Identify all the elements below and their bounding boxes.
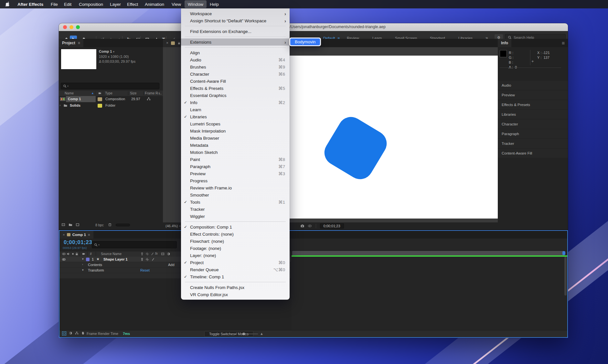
menu-item-essential-graphics[interactable]: Essential Graphics xyxy=(181,92,290,99)
menu-item-effect-controls-none-[interactable]: Effect Controls: (none) xyxy=(181,230,290,238)
source-name-column[interactable]: Source Name xyxy=(101,252,122,256)
menu-item-mask-interpolation[interactable]: Mask Interpolation xyxy=(181,127,290,134)
menu-item-paint[interactable]: Paint⌘8 xyxy=(181,156,290,163)
solo-column-icon[interactable] xyxy=(71,252,75,256)
project-search-field[interactable]: ▾ xyxy=(61,83,159,89)
tag-column-icon[interactable] xyxy=(98,91,102,95)
switch-blur-icon[interactable] xyxy=(167,252,170,256)
comp-thumbnail[interactable] xyxy=(61,49,97,70)
menubar-item-effect[interactable]: Effect xyxy=(124,0,141,8)
menu-item-create-nulls-from-paths-jsx[interactable]: Create Nulls From Paths.jsx xyxy=(181,284,290,291)
project-footer-icons[interactable] xyxy=(61,223,80,227)
menubar-item-after-effects[interactable]: After Effects xyxy=(14,0,47,8)
expand-chevron-icon[interactable]: › xyxy=(82,263,83,266)
timeline-vertical-scrollbar[interactable] xyxy=(564,257,567,295)
menu-item-paragraph[interactable]: Paragraph⌘7 xyxy=(181,163,290,170)
stacked-panel-preview[interactable]: Preview xyxy=(498,91,568,100)
timeline-track-area[interactable] xyxy=(292,239,567,330)
timeline-zoom-slider-thumb[interactable] xyxy=(242,333,245,335)
menubar-item-edit[interactable]: Edit xyxy=(61,0,75,8)
stacked-panel-effects-presets[interactable]: Effects & Presets xyxy=(498,100,568,109)
menu-item-motion-sketch[interactable]: Motion Sketch xyxy=(181,149,290,156)
timeline-zoom-slider[interactable] xyxy=(239,334,258,334)
menu-item-assign-shortcut-to-default-workspace[interactable]: Assign Shortcut to “Default” Workspace› xyxy=(181,17,290,24)
timeline-footer-icons[interactable] xyxy=(62,331,85,336)
menu-item-extensions[interactable]: Extensions› xyxy=(181,38,290,46)
work-area-bar[interactable] xyxy=(292,251,565,255)
panel-menu-icon[interactable]: ≡ xyxy=(88,233,90,237)
menu-item-review-with-frame-io[interactable]: Review with Frame.io xyxy=(181,184,290,191)
menu-item-workspace[interactable]: Workspace› xyxy=(181,10,290,17)
menubar-item-window[interactable]: Window xyxy=(185,0,207,8)
reset-link[interactable]: Reset xyxy=(140,268,150,272)
tab-info[interactable]: Info xyxy=(498,39,511,47)
lock-column-icon[interactable] xyxy=(75,252,79,256)
layer-color-swatch[interactable] xyxy=(86,258,90,261)
switch-anchor-icon[interactable] xyxy=(140,252,144,256)
switch-sun-icon[interactable] xyxy=(145,252,149,256)
switch-slash-icon[interactable] xyxy=(151,258,155,261)
close-window-button[interactable] xyxy=(63,25,67,29)
add-label[interactable]: Add xyxy=(168,263,175,267)
minimize-window-button[interactable] xyxy=(69,25,73,29)
menu-item-libraries[interactable]: ✓Libraries xyxy=(181,113,290,120)
zoom-window-button[interactable] xyxy=(76,25,80,29)
menu-item-effects-presets[interactable]: Effects & Presets⌘5 xyxy=(181,85,290,92)
tab-timeline-comp1[interactable]: × Comp 1 ≡ xyxy=(59,231,93,239)
label-color-swatch[interactable] xyxy=(98,104,102,108)
column-header-name[interactable]: Name xyxy=(65,91,74,95)
tag-column-icon[interactable] xyxy=(82,252,86,256)
menu-item-audio[interactable]: Audio⌘4 xyxy=(181,56,290,63)
window-titlebar[interactable]: /Users/jonathanburger/Documents/rounded-… xyxy=(59,23,568,31)
menu-item-brushes[interactable]: Brushes⌘9 xyxy=(181,63,290,70)
column-header-type[interactable]: Type xyxy=(105,91,112,95)
tab-project[interactable]: Project ≡ xyxy=(59,39,83,47)
column-header-size[interactable]: Size xyxy=(130,91,136,95)
stacked-panel-content-aware-fill[interactable]: Content-Aware Fill xyxy=(498,149,568,158)
expand-chevron-icon[interactable]: ▾ xyxy=(82,257,84,261)
menu-item-vr-comp-editor-jsx[interactable]: VR Comp Editor.jsx xyxy=(181,291,290,298)
bit-depth-label[interactable]: 8 bpc xyxy=(95,223,104,227)
menu-item-progress[interactable]: Progress xyxy=(181,177,290,184)
menu-item-render-queue[interactable]: Render Queue⌥⌘0 xyxy=(181,266,290,273)
menu-item-tracker[interactable]: Tracker xyxy=(181,206,290,213)
timeline-search-field[interactable]: ▾ xyxy=(92,241,177,248)
switch-anchor-icon[interactable] xyxy=(140,258,144,261)
stacked-panel-character[interactable]: Character xyxy=(498,120,568,129)
menu-item-smoother[interactable]: Smoother xyxy=(181,191,290,198)
trash-icon[interactable] xyxy=(108,222,112,227)
menu-item-info[interactable]: ✓Info⌘2 xyxy=(181,99,290,106)
lock-icon[interactable] xyxy=(177,41,181,45)
menu-item-lumetri-scopes[interactable]: Lumetri Scopes xyxy=(181,120,290,127)
menubar-item-help[interactable]: Help xyxy=(207,0,222,8)
rounded-square-shape[interactable] xyxy=(320,112,391,184)
column-header-frame-ra-[interactable]: Frame Ra.. xyxy=(145,91,162,95)
project-row-comp-1[interactable]: Comp 1Composition29.97 xyxy=(59,96,163,102)
panel-menu-icon[interactable]: ≡ xyxy=(562,40,565,46)
expand-chevron-icon[interactable]: › xyxy=(59,103,61,107)
apple-menu-icon[interactable] xyxy=(5,1,10,7)
show-channel-icon[interactable] xyxy=(308,224,312,228)
switch-film-icon[interactable] xyxy=(161,252,165,256)
stacked-panel-paragraph[interactable]: Paragraph xyxy=(498,129,568,138)
menu-item-metadata[interactable]: Metadata xyxy=(181,142,290,149)
menubar-item-composition[interactable]: Composition xyxy=(76,0,106,8)
menu-item-align[interactable]: Align xyxy=(181,49,290,56)
eye-icon[interactable] xyxy=(62,258,66,261)
menu-item-tools[interactable]: ✓Tools⌘1 xyxy=(181,198,290,206)
menu-item-learn[interactable]: Learn xyxy=(181,106,290,113)
stacked-panel-audio[interactable]: Audio xyxy=(498,81,568,90)
project-row-solids[interactable]: ›SolidsFolder xyxy=(59,102,163,109)
menu-item-bodymovin[interactable]: Bodymovin xyxy=(290,38,320,45)
menubar-item-file[interactable]: File xyxy=(48,0,61,8)
menu-item-layer-none-[interactable]: Layer: (none) xyxy=(181,252,290,259)
comp-color-swatch[interactable] xyxy=(171,41,175,45)
zoom-out-mountains-icon[interactable]: ▲ xyxy=(234,332,237,335)
menu-item-wiggler[interactable]: Wiggler xyxy=(181,213,290,220)
current-timecode[interactable]: 0;00;01;23 xyxy=(64,239,92,246)
menu-item-find-extensions-on-exchange-[interactable]: Find Extensions on Exchange... xyxy=(181,28,290,35)
comp-timecode[interactable]: 0;00;01;23 xyxy=(320,223,344,229)
project-scrollbar[interactable] xyxy=(116,224,130,226)
menu-item-timeline-comp-1[interactable]: ✓Timeline: Comp 1 xyxy=(181,273,290,280)
flowchart-icon[interactable] xyxy=(147,97,151,101)
